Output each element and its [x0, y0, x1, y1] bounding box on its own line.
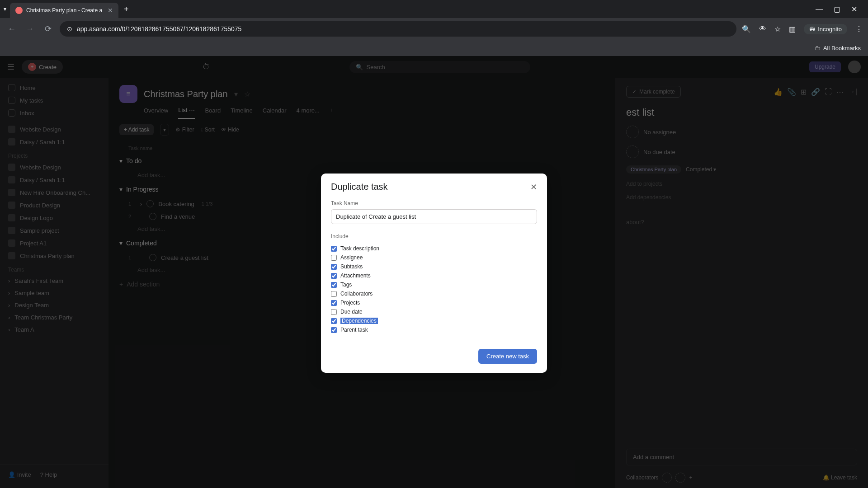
include-checkbox[interactable]	[331, 300, 337, 306]
folder-icon: 🗀	[815, 45, 821, 52]
new-tab-button[interactable]: +	[124, 5, 129, 14]
incognito-badge[interactable]: 🕶 Incognito	[804, 24, 847, 34]
maximize-icon[interactable]: ▢	[834, 5, 840, 14]
include-option[interactable]: Due date	[331, 307, 537, 316]
favicon-icon	[15, 7, 23, 14]
include-option[interactable]: Tags	[331, 280, 537, 289]
create-new-task-button[interactable]: Create new task	[478, 349, 537, 364]
modal-title: Duplicate task	[331, 182, 388, 192]
include-option[interactable]: Collaborators	[331, 289, 537, 298]
include-option[interactable]: Task description	[331, 244, 537, 253]
close-icon[interactable]: ✕	[108, 7, 113, 14]
url-text: app.asana.com/0/1206182861755067/1206182…	[77, 25, 241, 33]
incognito-icon: 🕶	[809, 26, 815, 33]
include-option[interactable]: Projects	[331, 298, 537, 307]
include-checkbox[interactable]	[331, 318, 337, 324]
tab-search-icon[interactable]: ▾	[4, 6, 6, 12]
include-checkbox[interactable]	[331, 273, 337, 279]
kebab-icon[interactable]: ⋮	[855, 25, 863, 33]
include-option-label: Subtasks	[340, 263, 363, 270]
include-checkbox[interactable]	[331, 282, 337, 288]
include-checkbox[interactable]	[331, 327, 337, 333]
duplicate-task-modal: Duplicate task ✕ Task Name Include Task …	[321, 174, 547, 373]
include-label: Include	[331, 233, 537, 239]
browser-tab[interactable]: Christmas Party plan - Create a ✕	[10, 3, 118, 18]
search-icon[interactable]: 🔍	[742, 25, 751, 33]
close-icon[interactable]: ✕	[530, 182, 537, 192]
panel-icon[interactable]: ▥	[789, 25, 796, 33]
include-option-label: Dependencies	[340, 318, 378, 324]
tab-title: Christmas Party plan - Create a	[26, 7, 104, 14]
close-window-icon[interactable]: ✕	[851, 5, 857, 14]
reload-button[interactable]: ⟳	[42, 24, 54, 34]
include-option[interactable]: Parent task	[331, 325, 537, 334]
tab-bar: ▾ Christmas Party plan - Create a ✕ + — …	[0, 0, 868, 18]
include-option[interactable]: Subtasks	[331, 262, 537, 271]
url-input[interactable]: ⊙ app.asana.com/0/1206182861755067/12061…	[60, 21, 736, 37]
site-info-icon[interactable]: ⊙	[67, 25, 72, 33]
include-option[interactable]: Attachments	[331, 271, 537, 280]
include-checkbox[interactable]	[331, 291, 337, 297]
window-controls: — ▢ ✕	[816, 5, 864, 14]
include-option-label: Due date	[340, 309, 363, 315]
eye-off-icon[interactable]: 👁	[759, 25, 766, 33]
include-option-label: Tags	[340, 282, 352, 288]
task-name-input[interactable]	[331, 209, 537, 224]
include-checkbox[interactable]	[331, 255, 337, 261]
bookmark-star-icon[interactable]: ☆	[774, 25, 781, 33]
include-option-label: Parent task	[340, 327, 368, 333]
forward-button[interactable]: →	[24, 24, 36, 34]
include-option[interactable]: Assignee	[331, 253, 537, 262]
include-checkbox[interactable]	[331, 264, 337, 270]
include-checkbox[interactable]	[331, 309, 337, 315]
include-option-label: Attachments	[340, 272, 371, 279]
include-option[interactable]: Dependencies	[331, 316, 537, 325]
minimize-icon[interactable]: —	[816, 5, 823, 14]
include-checkbox[interactable]	[331, 246, 337, 252]
include-option-label: Assignee	[340, 254, 363, 261]
include-option-label: Collaborators	[340, 291, 373, 297]
address-bar: ← → ⟳ ⊙ app.asana.com/0/1206182861755067…	[0, 18, 868, 40]
all-bookmarks-button[interactable]: All Bookmarks	[823, 45, 861, 52]
incognito-label: Incognito	[818, 26, 842, 33]
task-name-label: Task Name	[331, 200, 537, 206]
bookmarks-bar: 🗀 All Bookmarks	[0, 40, 868, 56]
include-option-label: Projects	[340, 300, 360, 306]
back-button[interactable]: ←	[5, 24, 18, 34]
browser-chrome: ▾ Christmas Party plan - Create a ✕ + — …	[0, 0, 868, 40]
include-option-label: Task description	[340, 245, 379, 252]
